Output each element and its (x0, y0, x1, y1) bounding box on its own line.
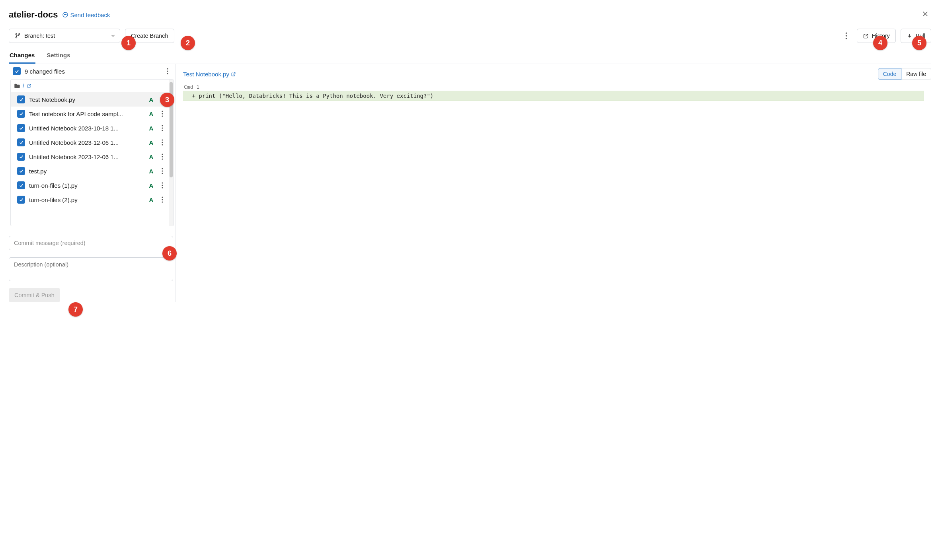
file-checkbox[interactable] (17, 181, 25, 189)
file-row[interactable]: turn-on-files (2).pyA (11, 192, 169, 207)
svg-point-1 (64, 14, 64, 15)
title-row: atelier-docs Send feedback (9, 7, 931, 27)
svg-point-14 (162, 99, 163, 100)
file-name: Untitled Notebook 2023-12-06 1... (29, 139, 144, 146)
file-tree: / Test Notebook.pyATest notebook for API… (10, 79, 174, 226)
commit-area: Commit & Push (9, 230, 176, 302)
file-overflow-menu[interactable] (158, 139, 166, 146)
file-name: turn-on-files (1).py (29, 182, 144, 189)
svg-point-27 (162, 158, 163, 159)
folder-icon (14, 83, 20, 89)
svg-point-34 (162, 196, 163, 198)
select-all-checkbox[interactable] (13, 67, 21, 75)
file-name: Untitled Notebook 2023-12-06 1... (29, 154, 144, 160)
file-row[interactable]: Untitled Notebook 2023-12-06 1...A (11, 135, 169, 150)
svg-point-19 (162, 125, 163, 126)
diff-view-code[interactable]: Code (878, 68, 901, 80)
file-checkbox[interactable] (17, 138, 25, 146)
file-overflow-menu[interactable] (158, 168, 166, 174)
svg-point-3 (66, 14, 66, 15)
file-status: A (148, 96, 154, 103)
svg-point-33 (162, 187, 163, 188)
files-overflow-menu[interactable] (164, 68, 172, 74)
file-overflow-menu[interactable] (158, 111, 166, 117)
file-tree-scrollbar[interactable] (169, 80, 174, 226)
svg-point-30 (162, 173, 163, 174)
tabs: Changes Settings (9, 47, 931, 64)
file-checkbox[interactable] (17, 153, 25, 161)
svg-point-12 (167, 73, 168, 74)
commit-push-label: Commit & Push (14, 292, 55, 298)
file-row[interactable]: Test Notebook.pyA (11, 92, 169, 107)
pull-button[interactable]: Pull (901, 29, 931, 43)
svg-point-9 (846, 38, 847, 39)
file-name: Test notebook for API code sampl... (29, 111, 144, 117)
tab-settings-label: Settings (47, 52, 70, 58)
file-overflow-menu[interactable] (158, 96, 166, 103)
file-row[interactable]: Untitled Notebook 2023-12-06 1...A (11, 150, 169, 164)
toolbar-overflow-menu[interactable] (841, 29, 852, 43)
file-status: A (148, 111, 154, 117)
file-checkbox[interactable] (17, 95, 25, 103)
repo-title: atelier-docs (9, 10, 58, 20)
create-branch-button[interactable]: Create Branch (125, 29, 174, 43)
send-feedback-link[interactable]: Send feedback (62, 12, 110, 18)
history-label: History (872, 33, 890, 39)
svg-point-5 (16, 37, 17, 38)
open-external-icon (231, 72, 236, 77)
file-name: Test Notebook.py (29, 96, 144, 103)
file-overflow-menu[interactable] (158, 182, 166, 189)
file-status: A (148, 139, 154, 146)
file-checkbox[interactable] (17, 110, 25, 118)
file-tree-list[interactable]: / Test Notebook.pyATest notebook for API… (11, 80, 169, 226)
root-folder-label: / (23, 83, 24, 89)
file-checkbox[interactable] (17, 124, 25, 132)
file-checkbox[interactable] (17, 167, 25, 175)
file-status: A (148, 154, 154, 160)
diff-header: Test Notebook.py Code Raw file (183, 68, 931, 84)
file-row[interactable]: Test notebook for API code sampl...A (11, 107, 169, 121)
svg-point-23 (162, 142, 163, 143)
commit-push-button[interactable]: Commit & Push (9, 288, 60, 302)
svg-point-21 (162, 130, 163, 131)
commit-description-input[interactable] (9, 257, 173, 281)
svg-point-10 (167, 68, 168, 69)
file-overflow-menu[interactable] (158, 196, 166, 203)
branch-icon (15, 33, 21, 39)
files-pane: 9 changed files / Tes (9, 64, 176, 302)
file-overflow-menu[interactable] (158, 125, 166, 131)
diff-view-raw[interactable]: Raw file (901, 68, 931, 80)
svg-point-32 (162, 185, 163, 186)
files-header: 9 changed files (9, 64, 176, 78)
tab-settings[interactable]: Settings (46, 49, 71, 64)
diff-view-toggle: Code Raw file (878, 68, 931, 80)
tab-changes-label: Changes (10, 52, 35, 58)
file-row[interactable]: Untitled Notebook 2023-10-18 1...A (11, 121, 169, 135)
commit-message-input[interactable] (9, 236, 173, 250)
file-row[interactable]: test.pyA (11, 164, 169, 178)
svg-point-20 (162, 127, 163, 128)
file-overflow-menu[interactable] (158, 154, 166, 160)
file-status: A (148, 196, 154, 203)
callout-7: 7 (68, 302, 83, 317)
diff-added-line: + print ("Hello, Databricks! This is a P… (183, 91, 924, 101)
changes-panel: 9 changed files / Tes (9, 64, 931, 302)
changed-files-count: 9 changed files (25, 68, 65, 75)
svg-point-26 (162, 156, 163, 157)
close-button[interactable] (920, 9, 930, 19)
file-row[interactable]: turn-on-files (1).pyA (11, 178, 169, 192)
tab-changes[interactable]: Changes (9, 49, 35, 64)
svg-point-24 (162, 144, 163, 145)
download-arrow-icon (907, 33, 913, 39)
diff-cmd-label: Cmd 1 (183, 84, 931, 90)
history-button[interactable]: History (857, 29, 896, 43)
file-name: test.py (29, 168, 144, 175)
svg-point-7 (846, 32, 847, 34)
file-checkbox[interactable] (17, 196, 25, 204)
root-folder[interactable]: / (11, 80, 169, 92)
branch-selector[interactable]: Branch: test (9, 29, 120, 43)
diff-view-code-label: Code (883, 71, 896, 77)
svg-point-35 (162, 199, 163, 200)
svg-point-18 (162, 115, 163, 117)
diff-file-link[interactable]: Test Notebook.py (183, 71, 236, 78)
